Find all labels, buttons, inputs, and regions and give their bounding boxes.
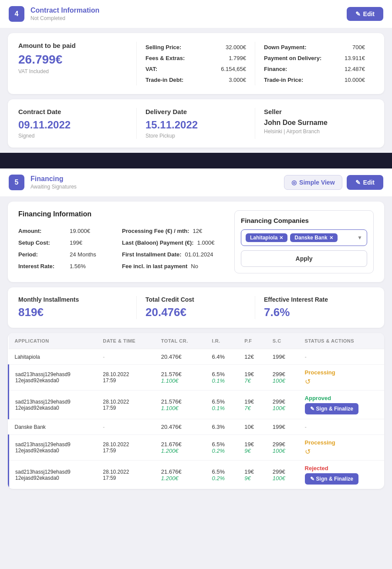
applications-table: APPLICATION DATE & TIME TOTAL CR. I.R. P…: [8, 333, 384, 489]
sign-finalize-button[interactable]: ✎ Sign & Finalize: [305, 473, 358, 485]
amount-value: 26.799€: [18, 53, 128, 67]
td-application: sad213hassj129ehasd9 12ejasd92ekasda0: [9, 391, 97, 419]
finance-label: Finance:: [264, 66, 287, 72]
td-datetime: -: [97, 349, 155, 365]
tradein-debt-value: 3.000€: [229, 77, 246, 83]
total-credit-col: Total Credit Cost 20.476€: [137, 296, 255, 319]
fin-period-value: 24 Months: [70, 251, 96, 258]
td-ir: 6.5%0.2%: [206, 435, 239, 461]
finance-row: Finance: 12.487€: [264, 64, 365, 74]
col-sc: S.C: [267, 333, 299, 349]
company-tag-remove-danske[interactable]: ✕: [329, 235, 333, 241]
td-datetime: 28.10.2022 17:59: [97, 391, 155, 419]
td-sc: 299€100€: [267, 435, 299, 461]
monthly-value: 819€: [18, 306, 128, 319]
company-tag-remove-lahitapiola[interactable]: ✕: [279, 235, 283, 241]
company-tag-danske[interactable]: Danske Bank ✕: [290, 233, 337, 242]
table-row: sad213hassj129ehasd9 12ejasd92ekasda028.…: [9, 461, 385, 489]
td-datetime: -: [97, 419, 155, 435]
col-application: APPLICATION: [9, 333, 97, 349]
contract-step-badge: 4: [9, 6, 24, 22]
monthly-installments-col: Monthly Installments 819€: [18, 296, 137, 319]
td-status: -: [299, 419, 384, 435]
dates-grid: Contract Date 09.11.2022 Signed Delivery…: [18, 108, 374, 139]
table-row: sad213hassj129ehasd9 12ejasd92ekasda028.…: [9, 435, 385, 461]
down-payment-label: Down Payment:: [264, 44, 307, 51]
down-payment-row: Down Payment: 700€: [264, 42, 365, 53]
vat-label: VAT:: [145, 66, 157, 72]
td-pf: 19€9€: [238, 435, 266, 461]
contract-actions: ✎ Edit: [347, 7, 383, 21]
td-application: sad213hassj129ehasd9 12ejasd92ekasda0: [9, 365, 97, 391]
td-pf: 10€: [238, 419, 266, 435]
tradein-debt-label: Trade-in Debt:: [145, 77, 183, 83]
td-ir: 6.3%: [206, 419, 239, 435]
table-row: sad213hassj129ehasd9 12ejasd92ekasda028.…: [9, 391, 385, 419]
selling-price-label: Selling Price:: [145, 44, 181, 51]
td-datetime: 28.10.2022 17:59: [97, 461, 155, 489]
financing-header: 5 Financing Awaiting Signatures ◎ Simple…: [0, 168, 392, 196]
vat-row: VAT: 6.154,65€: [145, 64, 246, 74]
col-datetime: DATE & TIME: [97, 333, 155, 349]
td-application: Danske Bank: [9, 419, 97, 435]
contract-dates-card: Contract Date 09.11.2022 Signed Delivery…: [8, 99, 384, 148]
financing-title: Financing: [30, 175, 77, 183]
chevron-down-icon: ▼: [357, 235, 362, 241]
simple-view-button[interactable]: ◎ Simple View: [284, 175, 342, 190]
td-application: sad213hassj129ehasd9 12ejasd92ekasda0: [9, 461, 97, 489]
fees-value: 1.799€: [229, 55, 246, 61]
financing-edit-button[interactable]: ✎ Edit: [347, 175, 383, 190]
td-sc: 299€100€: [267, 391, 299, 419]
financing-right-col: Processing Fee (€) / mth: 12€ Last (Balo…: [122, 225, 226, 272]
fin-amount-row: Amount: 19.000€: [18, 225, 122, 237]
companies-select-box[interactable]: Lahitapiola ✕ Danske Bank ✕ ▼: [241, 229, 367, 246]
fin-fee-incl-row: Fee incl. in last payment No: [122, 260, 226, 272]
td-pf: 19€9€: [238, 461, 266, 489]
contract-title-block: Contract Information Not Completed: [30, 7, 99, 21]
tradein-price-value: 10.000€: [345, 77, 365, 83]
apply-button[interactable]: Apply: [241, 250, 367, 267]
td-application: Lahitapiola: [9, 349, 97, 365]
col-status: STATUS & ACTIONS: [299, 333, 384, 349]
td-sc: 299€100€: [267, 461, 299, 489]
contract-amount-col: Amount to be paid 26.799€ VAT Included: [18, 42, 137, 85]
td-total-cr: 21.676€1.200€: [155, 435, 206, 461]
contract-payment-col: Down Payment: 700€ Payment on Delivery: …: [255, 42, 374, 85]
eye-off-icon: ◎: [291, 179, 297, 186]
td-total-cr: 21.676€1.200€: [155, 461, 206, 489]
contract-pricing-col: Selling Price: 32.000€ Fees & Extras: 1.…: [137, 42, 255, 85]
col-pf: P.F: [238, 333, 266, 349]
company-tag-label: Danske Bank: [294, 235, 327, 241]
td-sc: 199€: [267, 419, 299, 435]
td-status: Rejected✎ Sign & Finalize: [299, 461, 384, 489]
financing-summary-card: Monthly Installments 819€ Total Credit C…: [8, 287, 384, 328]
td-datetime: 28.10.2022 17:59: [97, 435, 155, 461]
seller-name: John Doe Surname: [264, 119, 365, 127]
company-tag-lahitapiola[interactable]: Lahitapiola ✕: [246, 233, 287, 242]
td-ir: 6.5%0.1%: [206, 391, 239, 419]
td-sc: 299€100€: [267, 365, 299, 391]
payment-delivery-label: Payment on Delivery:: [264, 55, 321, 61]
financing-info-grid: Financing Information Amount: 19.000€ Se…: [18, 210, 374, 273]
down-payment-value: 700€: [352, 44, 365, 51]
fin-interest-value: 1.56%: [70, 263, 86, 269]
fin-last-payment-value: 1.000€: [197, 239, 215, 246]
contract-edit-button[interactable]: ✎ Edit: [347, 7, 383, 21]
fin-interest-row: Interest Rate: 1.56%: [18, 260, 122, 272]
delivery-date-note: Store Pickup: [145, 133, 246, 139]
fin-first-installment-row: First Installment Date: 01.01.2024: [122, 249, 226, 260]
summary-grid: Monthly Installments 819€ Total Credit C…: [18, 296, 374, 319]
sign-finalize-button[interactable]: ✎ Sign & Finalize: [305, 403, 358, 414]
financing-section: 5 Financing Awaiting Signatures ◎ Simple…: [0, 168, 392, 489]
effective-rate-col: Effective Interest Rate 7.6%: [255, 296, 374, 319]
fin-processing-value: 12€: [193, 228, 203, 234]
td-ir: 6.5%0.2%: [206, 461, 239, 489]
contract-date-col: Contract Date 09.11.2022 Signed: [18, 108, 137, 139]
td-ir: 6.5%0.1%: [206, 365, 239, 391]
financing-info-title: Financing Information: [18, 210, 226, 218]
effective-rate-label: Effective Interest Rate: [264, 296, 365, 303]
td-status: Processing↺: [299, 435, 384, 461]
td-ir: 6.4%: [206, 349, 239, 365]
td-total-cr: 20.476€: [155, 349, 206, 365]
fin-setup-row: Setup Cost: 199€: [18, 237, 122, 249]
